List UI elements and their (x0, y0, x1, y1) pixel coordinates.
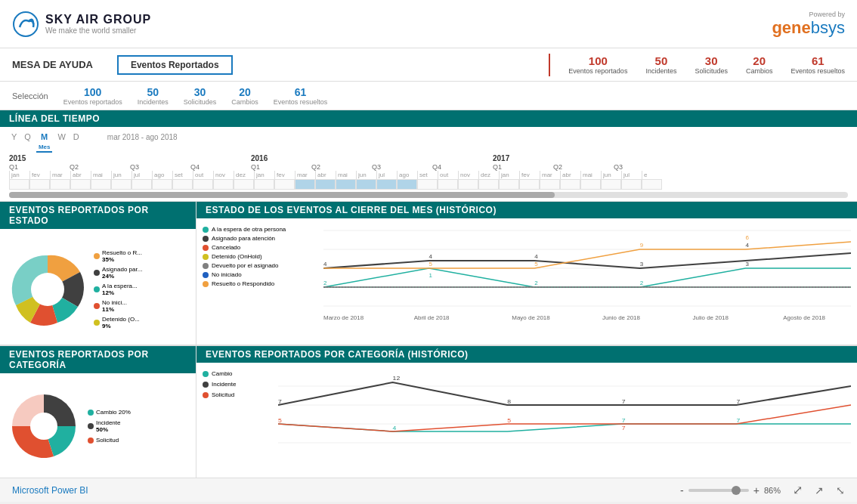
pie-state-legend: Resuelto o R...35% Asignado par...24% A … (94, 249, 142, 329)
ruler-cell-10[interactable] (213, 179, 234, 190)
q-1: Q2 (70, 163, 130, 171)
stat-label-2: Solicitudes (695, 67, 728, 75)
ruler-cell-29[interactable] (601, 179, 621, 190)
ruler-cell-1[interactable] (29, 179, 50, 190)
q-2: Q3 (130, 163, 190, 171)
ruler-cell-21[interactable] (438, 179, 458, 190)
charts-row-2: EVENTOS REPORTADOS POR CATEGORÍA Cambio … (0, 345, 857, 478)
timeline-scrollbar[interactable] (9, 192, 848, 198)
year-2016: 2016 (251, 154, 493, 162)
ruler-cell-5[interactable] (111, 179, 131, 190)
q-6: Q3 (372, 163, 432, 171)
sel-stat-2[interactable]: 30 Solicitudes (184, 86, 217, 106)
logo-area: SKY AIR GROUP We make the world smaller (12, 11, 151, 38)
svg-text:12: 12 (393, 374, 401, 382)
m-abr1: abr (70, 171, 91, 179)
stat-50: 50 Incidentes (645, 54, 676, 75)
svg-text:7: 7 (736, 416, 740, 424)
ruler-cell-2[interactable] (50, 179, 70, 190)
m-jul2: jul (376, 171, 397, 179)
leg-noinicio: No inici...11% (102, 299, 127, 313)
ruler-cell-14[interactable] (295, 179, 315, 190)
zoom-slider[interactable] (688, 489, 749, 492)
tl-btn-Y[interactable]: Y (9, 131, 19, 142)
ruler-cell-19[interactable] (397, 179, 417, 190)
stat-label-3: Cambios (746, 67, 773, 75)
m-out2: out (438, 171, 458, 179)
sel-stat-1[interactable]: 50 Incidentes (138, 86, 169, 106)
tl-btn-W[interactable]: W (55, 131, 67, 142)
sel-stat-4[interactable]: 61 Eventos resueltos (274, 86, 328, 106)
sel-stat-0[interactable]: 100 Eventos reportados (63, 86, 122, 106)
m-fev3: fev (519, 171, 540, 179)
mesa-label: MESA DE AYUDA (12, 59, 93, 70)
m-jan2: jan (254, 171, 274, 179)
ruler-cell-6[interactable] (131, 179, 152, 190)
svg-text:3: 3 (745, 261, 749, 267)
ruler-cell-20[interactable] (417, 179, 438, 190)
zoom-thumb[interactable] (732, 486, 741, 495)
ruler-cell-12[interactable] (254, 179, 274, 190)
ruler-cell-25[interactable] (519, 179, 540, 190)
tl-btn-M[interactable]: MMes (36, 131, 53, 153)
stat-label-4: Eventos resueltos (790, 67, 845, 75)
powerbi-link[interactable]: Microsoft Power BI (12, 485, 88, 496)
expand-icon[interactable]: ⤢ (793, 483, 803, 497)
leg-detenido: Detenido (O...9% (102, 316, 140, 329)
sel-stat-3[interactable]: 20 Cambios (231, 86, 258, 106)
m-set2: set (417, 171, 438, 179)
m-fev2: fev (274, 171, 295, 179)
zoom-minus[interactable]: - (680, 484, 684, 496)
ruler-cell-26[interactable] (540, 179, 560, 190)
m-set1: set (172, 171, 193, 179)
ruler-cell-24[interactable] (499, 179, 519, 190)
footer-controls: - + 86% ⤢ ↗ ⤡ (680, 483, 845, 497)
stat-num-0: 100 (568, 54, 627, 67)
svg-text:8: 8 (507, 397, 511, 405)
share-icon[interactable]: ↗ (815, 484, 824, 496)
ruler-cell-27[interactable] (560, 179, 580, 190)
m-jan3: jan (499, 171, 519, 179)
ruler-cell-16[interactable] (336, 179, 356, 190)
brand-logo: genebsys (772, 18, 845, 38)
ruler-cell-17[interactable] (356, 179, 376, 190)
tl-btn-D[interactable]: D (71, 131, 82, 142)
ruler-cell-13[interactable] (274, 179, 295, 190)
q-4: Q1 (251, 163, 311, 171)
m-jan1: jan (9, 171, 29, 179)
ruler-cell-9[interactable] (193, 179, 213, 190)
m-jul1: jul (131, 171, 152, 179)
powered-by: Powered by genebsys (772, 11, 845, 38)
tl-btn-Q[interactable]: Q (22, 131, 33, 142)
ruler-cell-4[interactable] (91, 179, 111, 190)
scrollbar-thumb[interactable] (9, 192, 555, 198)
toolbar-stats: 100 Eventos reportados 50 Incidentes 30 … (549, 54, 845, 76)
m-mai3: mai (580, 171, 601, 179)
m-jun2: jun (356, 171, 376, 179)
ruler-cell-30[interactable] (621, 179, 642, 190)
m-jun1: jun (111, 171, 131, 179)
eventos-btn[interactable]: Eventos Reportados (117, 55, 233, 75)
q-5: Q2 (311, 163, 372, 171)
ruler-cell-3[interactable] (70, 179, 91, 190)
stat-61: 61 Eventos resueltos (790, 54, 845, 75)
ruler-cell-23[interactable] (478, 179, 499, 190)
svg-text:7: 7 (736, 397, 740, 405)
ruler-cell-7[interactable] (152, 179, 172, 190)
ruler-cell-31[interactable] (642, 179, 662, 190)
events-state-header: EVENTOS REPORTADOS POR ESTADO (0, 202, 196, 229)
ruler-cell-15[interactable] (315, 179, 336, 190)
m-ago1: ago (152, 171, 172, 179)
ruler-cell-0[interactable] (9, 179, 29, 190)
svg-text:4: 4 (745, 242, 749, 249)
ruler-cell-11[interactable] (234, 179, 254, 190)
line-chart-svg: Marzo de 2018 Abril de 2018 Mayo de 2018… (323, 223, 851, 321)
historic-legend: A la espera de otra persona Asignado par… (203, 223, 323, 335)
fullscreen-icon[interactable]: ⤡ (836, 484, 845, 496)
ruler-cell-22[interactable] (458, 179, 478, 190)
zoom-plus[interactable]: + (753, 484, 760, 496)
category-historic-panel: EVENTOS REPORTADOS POR CATEGORÍA (HISTÓR… (196, 345, 857, 478)
ruler-cell-18[interactable] (376, 179, 397, 190)
ruler-cell-8[interactable] (172, 179, 193, 190)
ruler-cell-28[interactable] (580, 179, 601, 190)
